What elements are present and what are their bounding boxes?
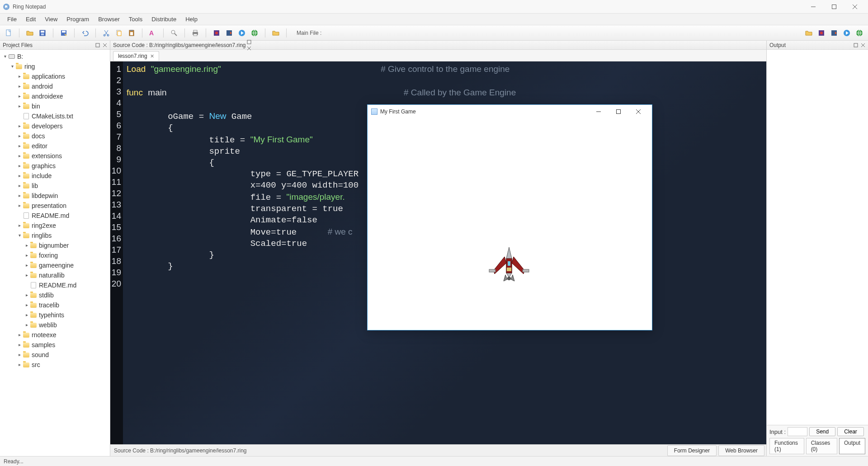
tree-label: naturallib — [39, 270, 65, 280]
tree-item-tracelib[interactable]: ▸tracelib — [2, 300, 110, 310]
run-nogui-icon[interactable] — [224, 28, 234, 38]
tree-ringlibs[interactable]: ▾ringlibs — [2, 231, 110, 240]
undo-icon[interactable] — [80, 28, 90, 38]
menu-tools[interactable]: Tools — [124, 14, 147, 24]
maximize-button[interactable] — [824, 0, 844, 14]
output-close-icon[interactable] — [860, 42, 866, 48]
tree-item-developers[interactable]: ▸developers — [2, 121, 110, 131]
menu-browser[interactable]: Browser — [94, 14, 124, 24]
open-file-icon[interactable] — [25, 28, 35, 38]
tree-item-gameengine[interactable]: ▸gameengine — [2, 260, 110, 270]
send-button[interactable]: Send — [809, 427, 835, 436]
folder-icon — [30, 301, 37, 309]
print-icon[interactable] — [190, 28, 200, 38]
tab-functions[interactable]: Functions (1) — [769, 438, 804, 454]
tree-item-samples[interactable]: ▸samples — [2, 340, 110, 350]
tree-item-applications[interactable]: ▸applications — [2, 71, 110, 81]
editor-float-icon[interactable] — [246, 39, 252, 45]
tree-item-stdlib[interactable]: ▸stdlib — [2, 290, 110, 300]
main-run-icon[interactable] — [842, 28, 852, 38]
paste-icon[interactable] — [127, 28, 137, 38]
tree-item-sound[interactable]: ▸sound — [2, 350, 110, 360]
svg-rect-32 — [854, 43, 858, 47]
save-file-icon[interactable] — [38, 28, 47, 38]
tree-item-include[interactable]: ▸include — [2, 171, 110, 181]
tree-label: libdepwin — [32, 191, 58, 201]
tree-label: CMakeLists.txt — [32, 111, 73, 121]
svg-rect-37 — [523, 269, 529, 272]
game-maximize-button[interactable] — [609, 105, 628, 118]
set-main-file-icon[interactable] — [804, 28, 814, 38]
tree-item-ring2exe[interactable]: ▸ring2exe — [2, 221, 110, 231]
tree-item-bignumber[interactable]: ▸bignumber — [2, 240, 110, 250]
open-folder-icon[interactable] — [271, 28, 281, 38]
tab-close-icon[interactable]: ✕ — [150, 53, 154, 59]
app-icon — [3, 3, 10, 10]
menu-help[interactable]: Help — [181, 14, 202, 24]
tree-item-androidexe[interactable]: ▸androidexe — [2, 91, 110, 101]
copy-icon[interactable] — [114, 28, 124, 38]
tree-item-bin[interactable]: ▸bin — [2, 101, 110, 111]
game-close-button[interactable] — [628, 105, 648, 118]
find-icon[interactable] — [169, 28, 179, 38]
statusbar: Ready... — [0, 456, 868, 466]
tab-form-designer[interactable]: Form Designer — [667, 445, 717, 456]
font-icon[interactable]: A — [148, 28, 158, 38]
tree-label: bin — [32, 101, 40, 111]
debug-icon[interactable] — [212, 28, 222, 38]
tree-item-android[interactable]: ▸android — [2, 81, 110, 91]
tree-item-presentation[interactable]: ▸presentation — [2, 201, 110, 211]
tab-classes[interactable]: Classes (0) — [806, 438, 837, 454]
tree-item-extensions[interactable]: ▸extensions — [2, 151, 110, 161]
main-debug-icon[interactable] — [816, 28, 826, 38]
new-file-icon[interactable] — [4, 28, 14, 38]
tree-item-foxring[interactable]: ▸foxring — [2, 250, 110, 260]
minimize-button[interactable] — [803, 0, 824, 14]
game-canvas[interactable] — [368, 118, 652, 330]
tab-web-browser[interactable]: Web Browser — [718, 445, 764, 456]
tree-item-lib[interactable]: ▸lib — [2, 181, 110, 191]
panel-close-icon[interactable] — [102, 42, 108, 48]
game-minimize-button[interactable] — [589, 105, 609, 118]
game-window[interactable]: My First Game — [367, 104, 652, 330]
editor-tabstrip: lesson7.ring ✕ — [110, 50, 766, 61]
tree-item-CMakeLists-txt[interactable]: CMakeLists.txt — [2, 111, 110, 121]
run-icon[interactable] — [237, 28, 247, 38]
tree-item-naturallib[interactable]: ▸naturallib — [2, 270, 110, 280]
game-titlebar[interactable]: My First Game — [368, 105, 652, 118]
tree-drive[interactable]: ▾B: — [2, 52, 110, 61]
tree-label: presentation — [32, 201, 66, 211]
menu-edit[interactable]: Edit — [21, 14, 40, 24]
menu-file[interactable]: File — [3, 14, 21, 24]
tree-item-weblib[interactable]: ▸weblib — [2, 320, 110, 330]
tree-ring[interactable]: ▾ring — [2, 61, 110, 71]
close-button[interactable] — [844, 0, 865, 14]
tab-output[interactable]: Output — [839, 438, 865, 454]
tree-item-README-md[interactable]: README.md — [2, 211, 110, 221]
tree-item-docs[interactable]: ▸docs — [2, 131, 110, 141]
tree-item-libdepwin[interactable]: ▸libdepwin — [2, 191, 110, 201]
tree-item-rnoteexe[interactable]: ▸rnoteexe — [2, 330, 110, 340]
output-input[interactable] — [788, 427, 807, 436]
tree-item-typehints[interactable]: ▸typehints — [2, 310, 110, 320]
cut-icon[interactable] — [101, 28, 111, 38]
tree-label: ring — [24, 61, 35, 71]
main-run-web-icon[interactable] — [854, 28, 864, 38]
tree-item-src[interactable]: ▸src — [2, 360, 110, 370]
output-title: Output — [769, 42, 786, 48]
project-tree[interactable]: ▾B:▾ring▸applications▸android▸androidexe… — [0, 50, 110, 456]
menu-distribute[interactable]: Distribute — [147, 14, 181, 24]
tree-item-graphics[interactable]: ▸graphics — [2, 161, 110, 171]
panel-float-icon[interactable] — [94, 42, 101, 48]
menu-program[interactable]: Program — [62, 14, 94, 24]
main-run-nogui-icon[interactable] — [829, 28, 839, 38]
menu-view[interactable]: View — [40, 14, 62, 24]
tree-item-editor[interactable]: ▸editor — [2, 141, 110, 151]
clear-button[interactable]: Clear — [837, 427, 864, 436]
editor-close-icon[interactable] — [246, 45, 252, 52]
editor-tab[interactable]: lesson7.ring ✕ — [113, 51, 159, 61]
output-float-icon[interactable] — [853, 42, 859, 48]
tree-item-README-md[interactable]: README.md — [2, 280, 110, 290]
run-web-icon[interactable] — [250, 28, 259, 38]
save-as-icon[interactable] — [59, 28, 69, 38]
